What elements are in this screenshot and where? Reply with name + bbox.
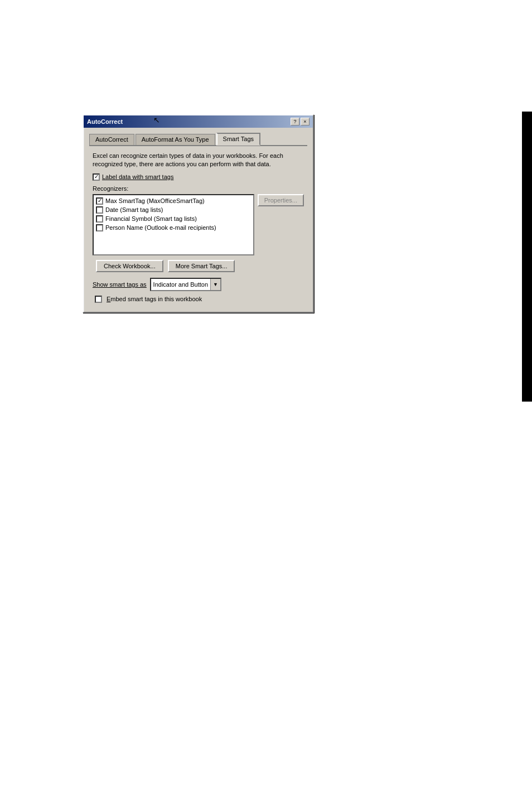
embed-label: Embed smart tags in this workbook [107, 296, 202, 302]
recognizer-checkbox-3[interactable] [96, 224, 103, 231]
buttons-row: Check Workbook... More Smart Tags... [93, 260, 304, 272]
tab-content-smart-tags: Excel can recognize certain types of dat… [89, 146, 307, 306]
help-button[interactable]: ? [291, 118, 299, 125]
show-tags-value: Indicator and Button [151, 281, 210, 288]
embed-row[interactable]: Embed smart tags in this workbook [93, 296, 304, 303]
tabs-container: AutoCorrect AutoFormat As You Type Smart… [89, 132, 307, 146]
recognizer-checkbox-1[interactable] [96, 206, 103, 214]
label-data-label: Label data with smart tags [102, 173, 173, 180]
recognizer-item[interactable]: Financial Symbol (Smart tag lists) [96, 215, 251, 223]
tab-smart-tags[interactable]: Smart Tags [216, 133, 260, 146]
recognizer-label-0: Max SmartTag (MaxOfficeSmartTag) [105, 197, 205, 204]
recognizers-label: Recognizers: [93, 185, 304, 192]
titlebar-buttons: ? × [291, 118, 309, 125]
recognizers-list: Max SmartTag (MaxOfficeSmartTag) Date (S… [93, 194, 254, 255]
dialog-titlebar: AutoCorrect ? × [84, 115, 313, 128]
recognizer-label-1: Date (Smart tag lists) [105, 206, 163, 213]
close-button[interactable]: × [301, 118, 309, 125]
check-workbook-button[interactable]: Check Workbook... [96, 260, 163, 272]
tab-autoformat[interactable]: AutoFormat As You Type [136, 134, 215, 146]
label-data-checkbox[interactable] [93, 173, 100, 181]
tab-autocorrect[interactable]: AutoCorrect [89, 134, 134, 146]
autocorrect-dialog: AutoCorrect ? × AutoCorrect AutoFormat A… [83, 114, 314, 313]
more-smart-tags-button[interactable]: More Smart Tags... [168, 260, 235, 272]
recognizer-checkbox-2[interactable] [96, 215, 103, 223]
dialog-title: AutoCorrect [87, 118, 123, 125]
dropdown-arrow-icon[interactable]: ▼ [210, 279, 220, 290]
recognizer-label-3: Person Name (Outlook e-mail recipients) [105, 224, 216, 231]
embed-checkbox[interactable] [95, 296, 102, 303]
recognizer-item[interactable]: Date (Smart tag lists) [96, 206, 251, 214]
right-strip [522, 112, 532, 402]
recognizer-item[interactable]: Max SmartTag (MaxOfficeSmartTag) [96, 197, 251, 205]
properties-button[interactable]: Properties... [258, 194, 304, 206]
show-tags-row: Show smart tags as Indicator and Button … [93, 278, 304, 291]
page-background: ↖ AutoCorrect ? × AutoCorrect AutoFormat… [0, 0, 532, 787]
show-tags-dropdown[interactable]: Indicator and Button ▼ [150, 278, 221, 291]
recognizers-area: Max SmartTag (MaxOfficeSmartTag) Date (S… [93, 194, 304, 255]
recognizer-checkbox-0[interactable] [96, 197, 103, 205]
recognizer-item[interactable]: Person Name (Outlook e-mail recipients) [96, 224, 251, 231]
label-data-checkbox-row[interactable]: Label data with smart tags [93, 173, 304, 181]
dialog-content: AutoCorrect AutoFormat As You Type Smart… [84, 128, 313, 312]
recognizer-label-2: Financial Symbol (Smart tag lists) [105, 215, 197, 222]
description-text: Excel can recognize certain types of dat… [93, 152, 304, 169]
show-tags-label: Show smart tags as [93, 281, 147, 288]
